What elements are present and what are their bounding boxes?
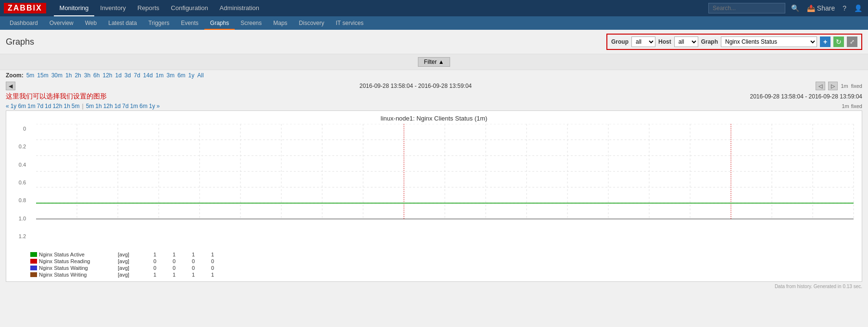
y-axis: 1.2 1.0 0.8 0.6 0.4 0.2 0 (6, 124, 28, 249)
filter-bar: Filter ▲ (0, 54, 868, 70)
zoom-2h[interactable]: 2h (75, 72, 81, 79)
zoom-label: Zoom: (6, 72, 24, 79)
zoom-1m[interactable]: 1m (156, 72, 164, 79)
chart-svg (28, 124, 862, 220)
zoom-6h[interactable]: 6h (93, 72, 100, 79)
period-nav-row: « 1y 6m 1m 7d 1d 12h 1h 5m | 5m 1h 12h 1… (0, 102, 868, 110)
add-graph-button[interactable]: + (820, 36, 830, 47)
period-12h-fwd[interactable]: 12h (103, 103, 113, 109)
period-interval: 1m (842, 103, 849, 109)
y-label-3: 0.6 (8, 180, 26, 185)
zoom-1d[interactable]: 1d (115, 72, 121, 79)
zoom-1h[interactable]: 1h (65, 72, 72, 79)
period-1h-fwd[interactable]: 1h (95, 103, 101, 109)
period-5m-back[interactable]: 5m (72, 103, 80, 109)
y-label-5: 0.2 (8, 144, 26, 149)
period-1y-fwd[interactable]: 1y (149, 103, 155, 109)
nav-monitoring[interactable]: Monitoring (54, 0, 95, 16)
user-icon[interactable]: 👤 (852, 4, 864, 12)
prev-arrow[interactable]: ◀ (6, 82, 15, 90)
period-7d-fwd[interactable]: 7d (122, 103, 128, 109)
period-12h-back[interactable]: 12h (52, 103, 62, 109)
legend-row-1: Nginx Status Reading [avg] 0 0 0 0 (30, 258, 338, 264)
y-label-1: 1.0 (8, 216, 26, 221)
period-sep: | (82, 103, 84, 109)
page-title: Graphs (6, 37, 34, 47)
subnav-itservices[interactable]: IT services (330, 16, 369, 30)
y-label-2: 0.8 (8, 197, 26, 203)
period-6m-back[interactable]: 6m (18, 103, 26, 109)
period-1h-back[interactable]: 1h (63, 103, 70, 109)
subnav-triggers[interactable]: Triggers (143, 16, 176, 30)
expand-button[interactable]: ⤢ (847, 36, 857, 47)
zoom-3m[interactable]: 3m (166, 72, 175, 79)
period-1d-back[interactable]: 1d (45, 103, 51, 109)
share-icon[interactable]: 📤 Share (805, 4, 837, 12)
zoom-7d[interactable]: 7d (134, 72, 140, 79)
filter-toggle-button[interactable]: Filter ▲ (418, 57, 451, 67)
zoom-15m[interactable]: 15m (37, 72, 48, 79)
nav-inventory[interactable]: Inventory (94, 0, 131, 16)
subnav-discovery[interactable]: Discovery (293, 16, 330, 30)
zoom-3d[interactable]: 3d (125, 72, 131, 79)
zoom-3h[interactable]: 3h (84, 72, 90, 79)
period-1m-back[interactable]: 1m (27, 103, 36, 109)
chinese-annotation: 这里我们可以选择我们设置的图形 (6, 92, 107, 101)
subnav-screens[interactable]: Screens (235, 16, 267, 30)
nav-reports[interactable]: Reports (132, 0, 165, 16)
filter-controls: Group all Host all Graph Nginx Clients S… (606, 34, 862, 50)
top-navigation: ZABBIX Monitoring Inventory Reports Conf… (0, 0, 868, 16)
zoom-6m[interactable]: 6m (177, 72, 186, 79)
interval-label: 1m (841, 83, 848, 89)
period-nav-start[interactable]: « (6, 103, 9, 109)
legend: Nginx Status Active [avg] 1 1 1 1 Nginx … (6, 249, 862, 281)
period-1y-back[interactable]: 1y (11, 103, 17, 109)
next-time-arrow[interactable]: ▷ (828, 82, 838, 90)
subnav-dashboard[interactable]: Dashboard (4, 16, 44, 30)
nav-configuration[interactable]: Configuration (165, 0, 214, 16)
zoom-30m[interactable]: 30m (51, 72, 63, 79)
zoom-12h[interactable]: 12h (102, 72, 112, 79)
page-header: Graphs Group all Host all Graph Nginx Cl… (0, 30, 868, 54)
zoom-all[interactable]: All (197, 72, 203, 79)
subnav-graphs[interactable]: Graphs (204, 16, 235, 30)
zoom-1y[interactable]: 1y (189, 72, 195, 79)
prev-time-arrow[interactable]: ◁ (816, 82, 825, 90)
host-select[interactable]: all (674, 36, 698, 47)
subnav-overview[interactable]: Overview (44, 16, 79, 30)
period-6m-fwd[interactable]: 6m (139, 103, 148, 109)
subnav-events[interactable]: Events (175, 16, 204, 30)
mode-label: fixed (851, 83, 862, 89)
subnav-web[interactable]: Web (79, 16, 102, 30)
graph-nav-left: ◀ (6, 82, 15, 90)
legend-row-0: Nginx Status Active [avg] 1 1 1 1 (30, 252, 338, 257)
period-1d-fwd[interactable]: 1d (114, 103, 121, 109)
period-nav-left: « 1y 6m 1m 7d 1d 12h 1h 5m | 5m 1h 12h 1… (6, 103, 160, 109)
y-label-4: 0.4 (8, 162, 26, 168)
legend-row-2: Nginx Status Waiting [avg] 0 0 0 0 (30, 265, 338, 271)
app-logo: ZABBIX (4, 3, 46, 13)
period-7d-back[interactable]: 7d (37, 103, 43, 109)
graph-nav-right: ◁ ▷ 1m fixed (816, 82, 862, 90)
period-nav-end[interactable]: » (156, 103, 160, 109)
zoom-14d[interactable]: 14d (143, 72, 153, 79)
graph-label: Graph (701, 38, 718, 45)
nav-administration[interactable]: Administration (214, 0, 265, 16)
group-label: Group (611, 38, 629, 45)
search-icon[interactable]: 🔍 (789, 4, 801, 12)
page-footer: Data from history. Generated in 0.13 sec… (0, 282, 868, 291)
x-axis-svg: 09/28 01:58:05 PM 01:58:06 PM 01:58:07 P… (28, 220, 845, 249)
subnav-maps[interactable]: Maps (267, 16, 293, 30)
period-1m-fwd[interactable]: 1m (130, 103, 138, 109)
group-select[interactable]: all (631, 36, 655, 47)
help-icon[interactable]: ? (841, 4, 848, 12)
search-input[interactable] (708, 3, 785, 13)
graph-select[interactable]: Nginx Clients Status (721, 36, 817, 47)
subnav-latestdata[interactable]: Latest data (102, 16, 142, 30)
period-5m-fwd[interactable]: 5m (86, 103, 94, 109)
refresh-button[interactable]: ↻ (833, 36, 844, 47)
zoom-5m[interactable]: 5m (26, 72, 35, 79)
time-display: 2016-09-28 13:58:04 - 2016-09-28 13:59:0… (750, 93, 862, 100)
top-nav-right: 🔍 📤 Share ? 👤 (708, 3, 864, 13)
graph-navigation: ◀ 2016-09-28 13:58:04 - 2016-09-28 13:59… (0, 81, 868, 91)
